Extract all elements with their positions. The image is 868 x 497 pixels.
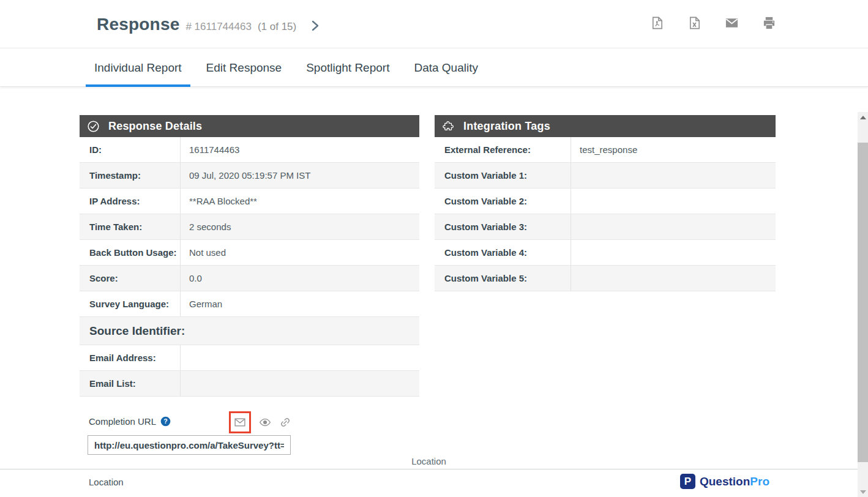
row-value: 1611744463 (181, 137, 419, 162)
tab-edit-response[interactable]: Edit Response (198, 49, 291, 86)
row-label: Custom Variable 1: (435, 163, 571, 188)
row-value (571, 240, 776, 265)
response-viewer-page: Response # 1611744463 (1 of 15) Individu… (0, 0, 868, 497)
row-label: Email Address: (80, 345, 181, 370)
row-label: Survey Language: (80, 291, 181, 316)
questionpro-logo: P QuestionPro (680, 474, 769, 489)
row-label: Custom Variable 3: (435, 214, 571, 239)
table-section-row: Source Identifier: (80, 317, 419, 345)
row-label: Back Button Usage: (80, 240, 181, 265)
row-label: External Reference: (435, 137, 571, 162)
row-value: **RAA Blocked** (181, 189, 419, 214)
svg-text:?: ? (163, 417, 167, 425)
tab-spotlight-report[interactable]: Spotlight Report (297, 49, 398, 86)
row-value: German (181, 291, 419, 316)
table-row: IP Address:**RAA Blocked** (80, 189, 419, 214)
table-row: Email Address: (80, 345, 419, 371)
table-row: Survey Language:German (80, 291, 419, 317)
table-row: Time Taken:2 seconds (80, 214, 419, 240)
table-row: External Reference:test_response (435, 137, 776, 163)
integration-tags-rows: External Reference:test_response Custom … (435, 137, 776, 291)
questionpro-logo-text: QuestionPro (700, 475, 769, 488)
completion-url-label: Completion URL (89, 416, 156, 427)
scrollbar-thumb[interactable] (858, 143, 868, 462)
print-icon[interactable] (762, 16, 776, 30)
integration-tags-panel: Integration Tags External Reference:test… (435, 115, 776, 291)
section-divider (0, 469, 858, 469)
header-title-group: Response # 1611744463 (1 of 15) (97, 15, 296, 34)
brand-text-question: Question (700, 475, 750, 488)
table-row: Email List: (80, 371, 419, 397)
row-value (571, 163, 776, 188)
table-row: Custom Variable 4: (435, 240, 776, 266)
table-row: Timestamp:09 Jul, 2020 05:19:57 PM IST (80, 163, 419, 189)
tab-label: Individual Report (94, 61, 182, 75)
header-action-icons (650, 16, 776, 30)
row-value: 09 Jul, 2020 05:19:57 PM IST (181, 163, 419, 188)
row-value: Not used (181, 240, 419, 265)
page-title: Response (97, 15, 179, 34)
row-value: test_response (571, 137, 776, 162)
row-value: 0.0 (181, 266, 419, 291)
row-label: Custom Variable 2: (435, 189, 571, 214)
next-response-chevron-icon[interactable] (307, 18, 322, 33)
table-row: ID:1611744463 (80, 137, 419, 163)
brand-text-pro: Pro (750, 475, 769, 488)
completion-url-input[interactable] (88, 435, 291, 455)
table-row: Back Button Usage:Not used (80, 240, 419, 266)
row-value (571, 214, 776, 239)
email-outline-icon (234, 416, 246, 428)
panel-title: Response Details (108, 120, 202, 133)
response-count: (1 of 15) (258, 21, 296, 33)
row-value (571, 266, 776, 291)
row-label: IP Address: (80, 189, 181, 214)
copy-link-icon[interactable] (279, 416, 291, 428)
table-row: Custom Variable 3: (435, 214, 776, 240)
completion-url-actions (229, 411, 291, 433)
row-label: ID: (80, 137, 181, 162)
page-header: Response # 1611744463 (1 of 15) (0, 0, 868, 48)
response-details-header: Response Details (80, 115, 419, 137)
row-label: Custom Variable 5: (435, 266, 571, 291)
table-row: Score:0.0 (80, 266, 419, 291)
row-label: Custom Variable 4: (435, 240, 571, 265)
vertical-scrollbar[interactable] (858, 112, 868, 497)
tab-label: Spotlight Report (306, 61, 389, 75)
location-heading: Location (89, 477, 124, 487)
response-details-rows: ID:1611744463 Timestamp:09 Jul, 2020 05:… (80, 137, 419, 397)
completion-url-label-group: Completion URL ? (89, 416, 171, 427)
section-label: Source Identifier: (80, 317, 419, 345)
row-value (181, 345, 419, 370)
email-icon[interactable] (725, 16, 739, 30)
questionpro-logo-icon: P (680, 474, 695, 489)
export-excel-icon[interactable] (687, 16, 702, 30)
tab-label: Edit Response (206, 61, 282, 75)
row-label: Score: (80, 266, 181, 291)
row-label: Time Taken: (80, 214, 181, 239)
puzzle-icon (442, 120, 455, 133)
table-row: Custom Variable 5: (435, 266, 776, 291)
table-row: Custom Variable 1: (435, 163, 776, 189)
row-value (181, 371, 419, 396)
tab-data-quality[interactable]: Data Quality (405, 49, 487, 86)
panel-title: Integration Tags (463, 120, 550, 133)
table-row: Custom Variable 2: (435, 189, 776, 214)
help-icon[interactable]: ? (160, 416, 171, 427)
row-value: 2 seconds (181, 214, 419, 239)
location-section-title-centered: Location (0, 456, 858, 466)
preview-eye-icon[interactable] (259, 416, 271, 428)
row-value (571, 189, 776, 214)
scrollbar-down-arrow[interactable] (858, 487, 868, 497)
row-label: Timestamp: (80, 163, 181, 188)
report-tabbar: Individual Report Edit Response Spotligh… (0, 49, 868, 87)
row-label: Email List: (80, 371, 181, 396)
tab-label: Data Quality (414, 61, 478, 75)
send-url-email-button[interactable] (229, 411, 251, 433)
check-circle-icon (87, 120, 100, 133)
scrollbar-up-arrow[interactable] (858, 112, 868, 122)
response-id: # 1611744463 (185, 21, 251, 33)
response-details-panel: Response Details ID:1611744463 Timestamp… (80, 115, 419, 397)
export-pdf-icon[interactable] (650, 16, 664, 30)
integration-tags-header: Integration Tags (435, 115, 776, 137)
tab-individual-report[interactable]: Individual Report (86, 49, 190, 86)
